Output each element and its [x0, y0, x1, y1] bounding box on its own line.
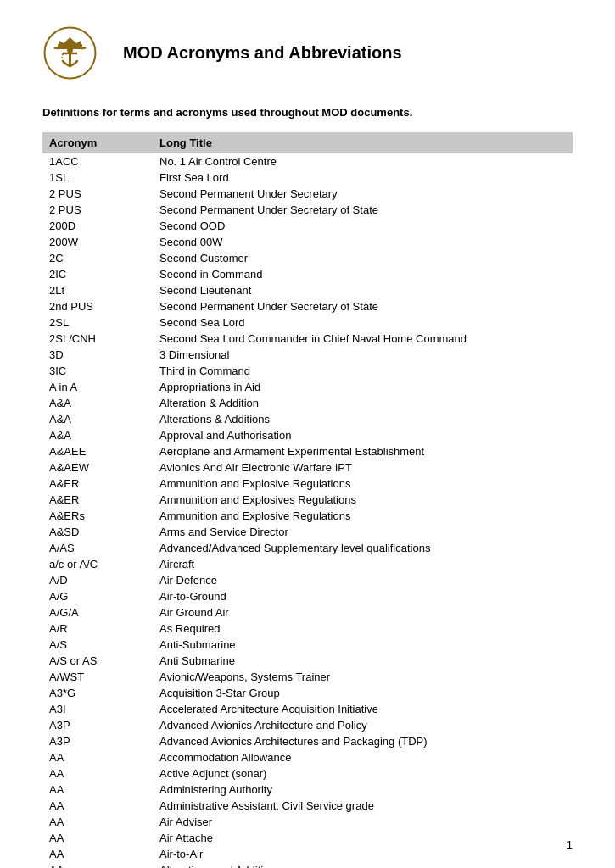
cell-acronym: 3D — [42, 347, 153, 363]
cell-long-title: Active Adjunct (sonar) — [153, 765, 573, 782]
page-number: 1 — [567, 838, 573, 851]
cell-long-title: Ammunition and Explosive Regulations — [153, 508, 573, 524]
table-row: 2SL/CNHSecond Sea Lord Commander in Chie… — [42, 331, 573, 347]
cell-long-title: Air Adviser — [153, 814, 573, 830]
table-row: AAAir Adviser — [42, 814, 573, 830]
cell-acronym: 2SL — [42, 314, 153, 331]
cell-acronym: A/G/A — [42, 604, 153, 620]
cell-long-title: Anti Submarine — [153, 653, 573, 669]
cell-long-title: Second Permanent Under Secretary — [153, 186, 573, 202]
table-row: a/c or A/CAircraft — [42, 556, 573, 572]
table-row: 2ICSecond in Command — [42, 266, 573, 282]
cell-acronym: AA — [42, 862, 153, 868]
table-row: AAActive Adjunct (sonar) — [42, 765, 573, 782]
cell-acronym: a/c or A/C — [42, 556, 153, 572]
table-row: A/G/AAir Ground Air — [42, 604, 573, 620]
cell-long-title: Second Permanent Under Secretary of Stat… — [153, 298, 573, 314]
cell-acronym: 2C — [42, 250, 153, 266]
table-row: 2 PUSSecond Permanent Under Secretary — [42, 186, 573, 202]
table-row: 200DSecond OOD — [42, 218, 573, 234]
cell-acronym: 2 PUS — [42, 186, 153, 202]
cell-acronym: A3I — [42, 701, 153, 717]
cell-acronym: AA — [42, 814, 153, 830]
table-row: A/S or ASAnti Submarine — [42, 653, 573, 669]
cell-acronym: AA — [42, 782, 153, 798]
col-header-acronym: Acronym — [42, 132, 153, 153]
cell-long-title: Administering Authority — [153, 782, 573, 798]
cell-acronym: A3*G — [42, 685, 153, 701]
table-row: A3PAdvanced Avionics Architectures and P… — [42, 733, 573, 749]
table-row: A in AAppropriations in Aid — [42, 379, 573, 395]
cell-long-title: No. 1 Air Control Centre — [153, 153, 573, 170]
table-row: A/DAir Defence — [42, 572, 573, 588]
table-row: A/WSTAvionic/Weapons, Systems Trainer — [42, 669, 573, 685]
cell-acronym: 2IC — [42, 266, 153, 282]
cell-long-title: Advanced/Advanced Supplementary level qu… — [153, 540, 573, 556]
cell-long-title: Second Sea Lord — [153, 314, 573, 331]
cell-acronym: A&SD — [42, 524, 153, 540]
cell-acronym: A/AS — [42, 540, 153, 556]
cell-long-title: Acquisition 3-Star Group — [153, 685, 573, 701]
col-header-title: Long Title — [153, 132, 573, 153]
table-row: AAAdministrative Assistant. Civil Servic… — [42, 798, 573, 814]
cell-acronym: 200D — [42, 218, 153, 234]
cell-long-title: First Sea Lord — [153, 170, 573, 186]
cell-long-title: Advanced Avionics Architectures and Pack… — [153, 733, 573, 749]
cell-acronym: A/D — [42, 572, 153, 588]
cell-acronym: AA — [42, 846, 153, 862]
table-row: A&ERAmmunition and Explosives Regulation… — [42, 492, 573, 508]
cell-long-title: Alterations and Additions — [153, 862, 573, 868]
table-row: AAAir Attache — [42, 830, 573, 846]
cell-long-title: Air Attache — [153, 830, 573, 846]
table-row: 3D3 Dimensional — [42, 347, 573, 363]
table-row: 2nd PUSSecond Permanent Under Secretary … — [42, 298, 573, 314]
cell-long-title: Second Lieutenant — [153, 282, 573, 298]
cell-acronym: AA — [42, 749, 153, 765]
cell-acronym: A/G — [42, 588, 153, 604]
cell-long-title: Second Permanent Under Secretary of Stat… — [153, 202, 573, 218]
cell-acronym: 2nd PUS — [42, 298, 153, 314]
cell-long-title: Air-to-Air — [153, 846, 573, 862]
cell-long-title: Alteration & Addition — [153, 395, 573, 411]
cell-long-title: Anti-Submarine — [153, 637, 573, 653]
cell-acronym: 2Lt — [42, 282, 153, 298]
cell-acronym: 2SL/CNH — [42, 331, 153, 347]
cell-acronym: 3IC — [42, 363, 153, 379]
cell-long-title: Avionic/Weapons, Systems Trainer — [153, 669, 573, 685]
table-row: A/RAs Required — [42, 620, 573, 637]
cell-long-title: Air-to-Ground — [153, 588, 573, 604]
table-row: A&AAlterations & Additions — [42, 411, 573, 427]
page-header: MOD Acronyms and Abbreviations — [42, 25, 573, 81]
cell-acronym: A3P — [42, 717, 153, 733]
cell-long-title: Arms and Service Director — [153, 524, 573, 540]
cell-long-title: Second Sea Lord Commander in Chief Naval… — [153, 331, 573, 347]
cell-acronym: AA — [42, 830, 153, 846]
cell-acronym: A/S — [42, 637, 153, 653]
cell-long-title: Avionics And Air Electronic Warfare IPT — [153, 459, 573, 476]
cell-long-title: Ammunition and Explosive Regulations — [153, 476, 573, 492]
cell-acronym: A&ER — [42, 476, 153, 492]
logo — [42, 25, 98, 81]
cell-long-title: Appropriations in Aid — [153, 379, 573, 395]
cell-long-title: Second 00W — [153, 234, 573, 250]
table-row: AAAccommodation Allowance — [42, 749, 573, 765]
cell-long-title: Second in Command — [153, 266, 573, 282]
cell-long-title: Third in Command — [153, 363, 573, 379]
table-row: AAAlterations and Additions — [42, 862, 573, 868]
cell-acronym: 2 PUS — [42, 202, 153, 218]
table-row: A&ERsAmmunition and Explosive Regulation… — [42, 508, 573, 524]
table-row: 200WSecond 00W — [42, 234, 573, 250]
table-row: 3ICThird in Command — [42, 363, 573, 379]
table-header-row: Acronym Long Title — [42, 132, 573, 153]
cell-acronym: AA — [42, 798, 153, 814]
table-row: A&AEEAeroplane and Armament Experimental… — [42, 443, 573, 459]
table-row: AAAir-to-Air — [42, 846, 573, 862]
cell-acronym: A in A — [42, 379, 153, 395]
table-row: A3IAccelerated Architecture Acquisition … — [42, 701, 573, 717]
table-row: 1ACCNo. 1 Air Control Centre — [42, 153, 573, 170]
table-row: AAAdministering Authority — [42, 782, 573, 798]
table-row: A&AEWAvionics And Air Electronic Warfare… — [42, 459, 573, 476]
cell-acronym: A&ER — [42, 492, 153, 508]
cell-long-title: Air Defence — [153, 572, 573, 588]
cell-long-title: Advanced Avionics Architecture and Polic… — [153, 717, 573, 733]
